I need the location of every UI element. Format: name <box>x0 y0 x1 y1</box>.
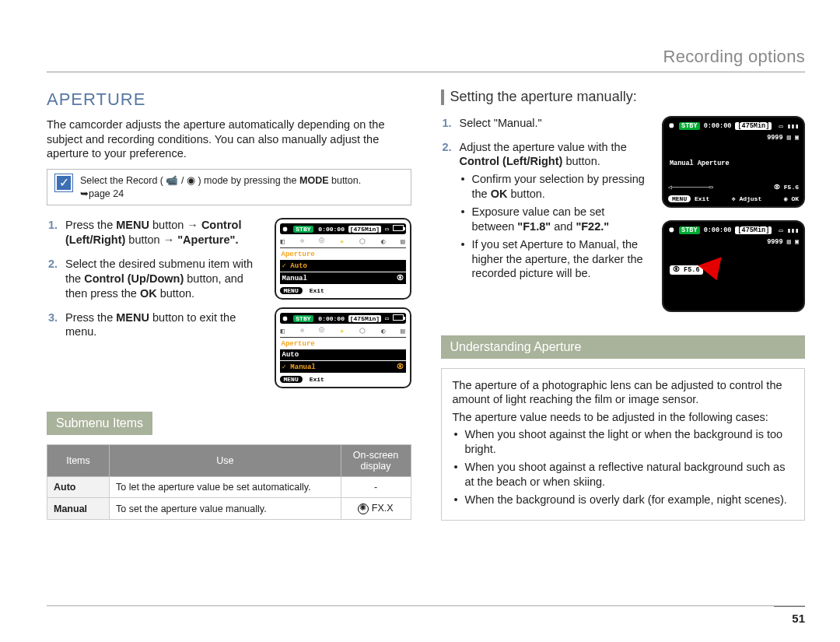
remain-4: [475Min] <box>735 226 772 234</box>
stby-3: STBY <box>679 122 699 130</box>
r2a: Adjust the aperture value with the <box>460 141 627 153</box>
td-auto: Auto <box>47 477 110 498</box>
left-step-1: Press the MENU button → Control (Left/Ri… <box>48 218 264 247</box>
lcd-screenshot-3: ⏺ STBY 0:00:00 [475Min] ▭ ▮▮▮ 9999 ▤ ▣ M… <box>662 116 805 208</box>
menu-pill-3: MENU <box>668 195 691 202</box>
submenu-heading: Submenu Items <box>47 412 152 435</box>
note-text: Select the Record ( 📹 / ◉ ) mode by pres… <box>80 174 361 201</box>
td-manual: Manual <box>47 498 110 520</box>
right-column: Setting the aperture manually: ⏺ STBY 0:… <box>441 89 806 521</box>
left-column: APERTURE The camcorder adjusts the apert… <box>47 89 411 521</box>
exit-pill: Exit <box>306 287 328 294</box>
time-label-2: 0:00:00 <box>318 315 345 322</box>
note-pageref: ➥page 24 <box>80 188 124 199</box>
s2c: button. <box>160 287 194 300</box>
s2ok: OK <box>140 287 157 300</box>
remain-label: [475Min] <box>348 226 381 233</box>
battery-icon <box>393 225 404 231</box>
section-title-aperture: APERTURE <box>47 89 411 110</box>
manual-aperture-label: Manual Aperture <box>670 160 730 167</box>
menu-pill: MENU <box>280 287 303 294</box>
footer-rule <box>47 605 805 606</box>
ok-3: OK <box>791 195 799 202</box>
understand-b3: When the background is overly dark (for … <box>453 493 794 507</box>
right-bullet-2: Exposure value can be set between "F1.8"… <box>460 205 650 234</box>
time-3: 0:00:00 <box>704 122 732 130</box>
right-step-2: Adjust the aperture value with the Contr… <box>443 140 650 282</box>
th-osd: On-screen display <box>341 445 411 477</box>
exit-pill-2: Exit <box>306 376 328 383</box>
opt-auto: Auto <box>290 262 307 270</box>
aperture-icon: ⦿ <box>397 274 404 282</box>
count-4: 9999 <box>767 238 782 246</box>
th-items: Items <box>47 445 110 477</box>
s1menu: MENU <box>116 219 149 231</box>
understanding-box: The aperture of a photographic lens can … <box>441 368 806 521</box>
th-use: Use <box>110 445 341 477</box>
r2b: button. <box>565 155 600 167</box>
note-post: button. <box>331 175 361 186</box>
left-step-3: Press the MENU button to exit the menu. <box>48 310 264 340</box>
right-bullet-3: If you set Aperture to Manual, the highe… <box>460 237 650 282</box>
right-screenshots: ⏺ STBY 0:00:00 [475Min] ▭ ▮▮▮ 9999 ▤ ▣ M… <box>662 116 805 312</box>
remain-3: [475Min] <box>735 122 772 130</box>
lcd-screenshot-1: ⏺ STBY 0:00:00 [475Min] ▭ ◧⟐⦾✳⬡◐▤ Apertu… <box>275 218 411 300</box>
stby-label: STBY <box>293 226 313 233</box>
header-title: Recording options <box>663 47 805 66</box>
s1b: button → <box>152 219 201 231</box>
right-bullet-1: Confirm your selection by pressing the O… <box>460 172 650 202</box>
red-arrow-icon <box>698 257 729 284</box>
menu-caption: Aperture <box>280 250 406 259</box>
note-pre: Select the Record ( <box>80 175 166 186</box>
header-bar: Recording options <box>47 47 805 72</box>
aperture-symbol-icon <box>358 503 369 514</box>
battery-icon-2 <box>393 314 404 321</box>
r2ctrl: Control (Left/Right) <box>460 155 563 167</box>
slider-track: ◁──────────▭ <box>668 184 713 191</box>
menu-pill-2: MENU <box>280 376 303 383</box>
count-3: 9999 <box>767 134 782 142</box>
time-label: 0:00:00 <box>318 226 345 233</box>
remain-label-2: [475Min] <box>348 315 381 322</box>
understand-b1: When you shoot against the light or when… <box>453 427 794 457</box>
opt-manual: Manual <box>282 275 307 282</box>
s3menu: MENU <box>116 311 149 324</box>
exit-3: Exit <box>695 195 709 202</box>
understand-p2: The aperture value needs to be adjusted … <box>453 410 794 425</box>
adjust-3: Adjust <box>739 195 761 202</box>
check-icon: ✓ <box>55 174 72 191</box>
s1c: button → <box>128 233 177 246</box>
table-row: Manual To set the aperture value manuall… <box>47 498 411 520</box>
stby-4: STBY <box>679 226 699 234</box>
lcd-screenshot-4: ⏺ STBY 0:00:00 [475Min] ▭ ▮▮▮ 9999 ▤ ▣ ⦿… <box>662 220 805 312</box>
understanding-heading: Understanding Aperture <box>441 335 806 359</box>
intro-paragraph: The camcorder adjusts the aperture autom… <box>47 118 411 161</box>
manual-page: Recording options APERTURE The camcorder… <box>0 0 840 642</box>
s2ctrl: Control (Up/Down) <box>84 272 184 285</box>
lcd-screenshot-2: ⏺ STBY 0:00:00 [475Min] ▭ ◧⟐⦾✳⬡◐▤ Apertu… <box>275 307 411 388</box>
td-auto-osd: - <box>341 477 411 498</box>
aperture-icon-2: ⦿ <box>397 363 404 371</box>
note-box: ✓ Select the Record ( 📹 / ◉ ) mode by pr… <box>47 169 411 206</box>
opt-manual-2: Manual <box>290 363 315 371</box>
left-steps: Press the MENU button → Control (Left/Ri… <box>48 218 264 339</box>
s3a: Press the <box>65 311 116 324</box>
right-step-1: Select "Manual." <box>443 116 650 131</box>
table-row: Auto To let the aperture value be set au… <box>47 477 411 498</box>
page-number: 51 <box>774 606 805 625</box>
two-column-layout: APERTURE The camcorder adjusts the apert… <box>47 89 805 521</box>
subsection-title: Setting the aperture manually: <box>441 89 806 105</box>
steps-and-screens: Press the MENU button → Control (Left/Ri… <box>47 218 411 388</box>
stby-label-2: STBY <box>293 315 313 322</box>
video-icon: 📹 <box>166 175 178 186</box>
submenu-table: Items Use On-screen display Auto To let … <box>47 444 411 520</box>
photo-icon: ◉ <box>187 175 195 186</box>
menu-caption-2: Aperture <box>280 339 406 349</box>
td-manual-osd: FX.X <box>341 498 411 520</box>
s1a: Press the <box>65 219 116 231</box>
right-steps: Select "Manual." Adjust the aperture val… <box>443 116 650 281</box>
fval-3: F5.6 <box>784 184 799 191</box>
understand-b2: When you shoot against a reflective natu… <box>453 460 794 489</box>
time-4: 0:00:00 <box>704 226 732 234</box>
mode-label: MODE <box>299 175 329 186</box>
